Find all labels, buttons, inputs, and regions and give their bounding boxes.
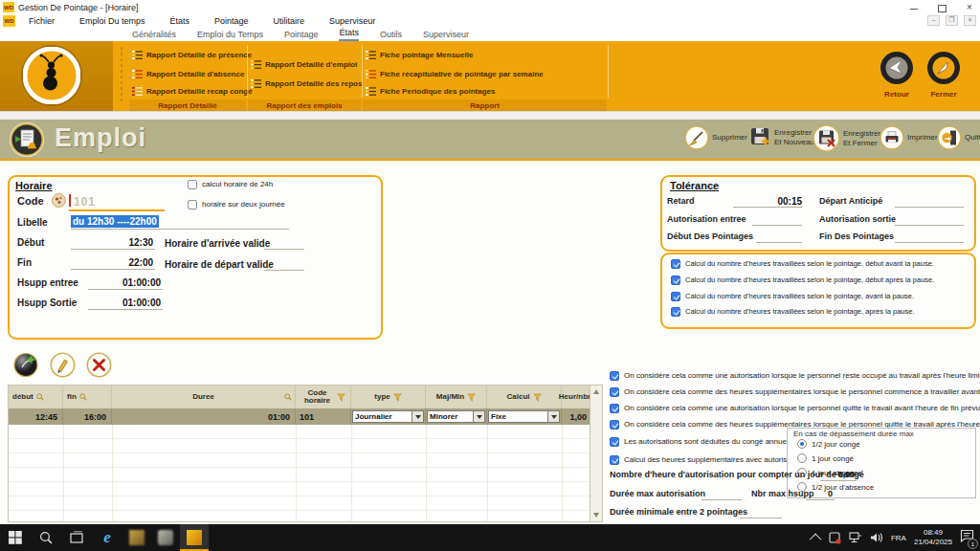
- action-center-button[interactable]: 1: [960, 529, 974, 546]
- checkbox-rule-6[interactable]: Calcul des heures supplémentaires avec a…: [610, 455, 806, 465]
- minimize-icon[interactable]: [909, 3, 919, 12]
- add-row-button[interactable]: [13, 352, 39, 378]
- ribbon-item-rapport-emploi[interactable]: Rapport Détaillé d'emploi: [251, 59, 357, 70]
- tab-superviseur[interactable]: Superviseur: [423, 30, 469, 41]
- calcul-dropdown[interactable]: Fixe: [488, 410, 560, 423]
- scroll-down-icon[interactable]: [593, 513, 599, 518]
- duree-max-field[interactable]: [702, 489, 742, 500]
- code-field[interactable]: [69, 197, 165, 211]
- start-button[interactable]: [0, 524, 31, 551]
- checkbox-rule-1[interactable]: On considère cela comme une autorisation…: [610, 371, 980, 381]
- col-fin[interactable]: fin: [63, 386, 112, 408]
- col-maj-min[interactable]: Maj/Min: [426, 386, 487, 408]
- app-menu-icon[interactable]: WD: [3, 15, 15, 27]
- fermer-button[interactable]: Fermer: [924, 51, 963, 99]
- enregistrer-et-fermer-button[interactable]: EnregistrerEt Fermer: [813, 124, 880, 152]
- checkbox-24h[interactable]: calcul horaire de 24h: [188, 180, 273, 189]
- tab-emploi-du-temps[interactable]: Emploi du Temps: [197, 30, 263, 41]
- retour-button[interactable]: Retour: [878, 51, 916, 99]
- tab-generalites[interactable]: Généralités: [132, 30, 176, 41]
- taskbar-app-1[interactable]: [122, 524, 151, 551]
- ribbon-item-fiche-mensuelle[interactable]: Fiche pointage Mensuelle: [366, 50, 473, 60]
- taskbar-search-button[interactable]: [31, 524, 61, 551]
- internet-explorer-icon[interactable]: e: [92, 524, 122, 551]
- delete-row-button[interactable]: [86, 352, 112, 378]
- col-duree[interactable]: Duree: [112, 386, 296, 408]
- menu-emploi-du-temps[interactable]: Emploi Du temps: [79, 16, 145, 26]
- tab-pointage[interactable]: Pointage: [284, 30, 319, 41]
- taskbar-app-2[interactable]: [151, 524, 180, 551]
- ribbon-item-rapport-recap-conge[interactable]: Rapport Détaillé recap congé: [132, 86, 253, 97]
- supprimer-button[interactable]: Supprimer: [684, 125, 747, 150]
- checkbox-deux-journee[interactable]: horaire sur deux journée: [188, 200, 285, 209]
- depart-valide-label: Horaire de départ valide: [165, 259, 274, 270]
- menu-etats[interactable]: États: [170, 16, 190, 26]
- cell-heur-nbr[interactable]: 1,00: [562, 408, 590, 425]
- mdi-restore-icon[interactable]: ❐: [946, 15, 958, 26]
- taskbar-app-active[interactable]: [180, 524, 209, 551]
- keyboard-language[interactable]: FRA: [891, 534, 906, 542]
- enregistrer-et-nouveau-button[interactable]: EnregistrerEt Nouveau: [749, 126, 814, 148]
- cell-debut[interactable]: 12:45: [9, 408, 63, 425]
- checkbox-pause-2[interactable]: Calcul du nombre d'heures travaillées se…: [671, 276, 934, 285]
- type-dropdown[interactable]: Journalier: [352, 410, 424, 423]
- tab-etats[interactable]: États: [339, 28, 359, 41]
- maj-min-dropdown[interactable]: Minorer: [427, 410, 485, 423]
- fin-pointages-field[interactable]: [895, 231, 964, 243]
- menu-pointage[interactable]: Pointage: [214, 16, 249, 26]
- ribbon-item-fiche-periodique[interactable]: Fiche Periodique des pointages: [366, 86, 495, 97]
- menu-fichier[interactable]: Fichier: [29, 16, 55, 26]
- col-heur-nbr[interactable]: Heur/nbr: [562, 386, 590, 408]
- col-type[interactable]: type: [351, 386, 426, 408]
- scroll-up-icon[interactable]: [593, 389, 599, 394]
- cell-type[interactable]: Journalier: [351, 408, 426, 425]
- checkbox-rule-5[interactable]: Les autorisations sont déduites du congé…: [610, 437, 791, 447]
- edit-row-button[interactable]: [50, 352, 76, 378]
- menu-superviseur[interactable]: Superviseur: [329, 16, 375, 26]
- arrivee-valide-field[interactable]: [264, 237, 304, 250]
- tray-hidden-icons-chevron[interactable]: [810, 533, 822, 545]
- tab-outils[interactable]: Outils: [380, 30, 402, 41]
- checkbox-pause-1[interactable]: Calcul du nombre d'heures travaillées se…: [671, 259, 934, 269]
- code-lookup-icon[interactable]: [52, 193, 66, 208]
- ribbon-item-rapport-repos[interactable]: Rapport Détaillé des repos: [251, 78, 362, 89]
- checkbox-rule-2[interactable]: On considère cela comme des heures suppl…: [610, 387, 980, 397]
- col-debut[interactable]: début: [9, 386, 63, 408]
- ribbon-item-rapport-presence[interactable]: Rapport Détaillé de présence: [132, 50, 252, 60]
- duree-min-field[interactable]: [740, 507, 782, 518]
- table-row-selected[interactable]: 12:45 16:00 01:00 101 Journalier Minorer…: [9, 408, 590, 425]
- checkbox-pause-3[interactable]: Calcul du nombre d'heures travaillées se…: [671, 292, 914, 301]
- radio-demi-jour-conge[interactable]: 1/2 jour congé: [797, 439, 860, 449]
- cell-code-horaire[interactable]: 101: [296, 408, 351, 425]
- mdi-close-icon[interactable]: ×: [964, 15, 976, 26]
- checkbox-pause-4[interactable]: Calcul du nombre d'heures travaillées se…: [671, 307, 915, 317]
- taskbar-clock[interactable]: 08:49 21/04/2025: [914, 528, 952, 547]
- radio-un-jour-conge[interactable]: 1 jour congé: [797, 453, 854, 463]
- cell-maj-min[interactable]: Minorer: [426, 408, 487, 425]
- mdi-minimize-icon[interactable]: –: [927, 15, 940, 26]
- cell-calcul[interactable]: Fixe: [487, 408, 562, 425]
- quitter-button[interactable]: Quitter: [937, 125, 980, 150]
- col-calcul[interactable]: Calcul: [487, 386, 562, 408]
- ribbon-item-rapport-absence[interactable]: Rapport Détaillé d'absence: [132, 69, 244, 79]
- menu-utilitaire[interactable]: Utilitaire: [274, 16, 305, 26]
- cell-duree[interactable]: 01:00: [112, 408, 296, 425]
- speaker-icon[interactable]: [870, 532, 883, 543]
- network-icon[interactable]: [849, 532, 862, 543]
- close-icon[interactable]: ×: [965, 3, 974, 12]
- task-view-button[interactable]: [61, 524, 92, 551]
- autorisation-entree-field[interactable]: [752, 214, 802, 226]
- debut-pointages-field[interactable]: [756, 231, 802, 243]
- cell-fin[interactable]: 16:00: [63, 408, 112, 425]
- ribbon-item-fiche-recap-semaine[interactable]: Fiche récapitulative de pointage par sem…: [366, 69, 544, 79]
- libelle-field[interactable]: [71, 216, 289, 230]
- depart-anticipe-field[interactable]: [895, 196, 964, 208]
- col-code-horaire[interactable]: Code horaire: [296, 386, 351, 408]
- autorisation-sortie-field[interactable]: [895, 214, 964, 226]
- tray-app-alert-icon[interactable]: [829, 532, 841, 544]
- depart-valide-field[interactable]: [264, 258, 304, 271]
- restore-icon[interactable]: [937, 3, 947, 12]
- checkbox-rule-3[interactable]: On considère cela comme une autorisation…: [610, 404, 980, 413]
- table-scrollbar[interactable]: [590, 386, 602, 521]
- imprimer-button[interactable]: Imprimer: [880, 125, 938, 150]
